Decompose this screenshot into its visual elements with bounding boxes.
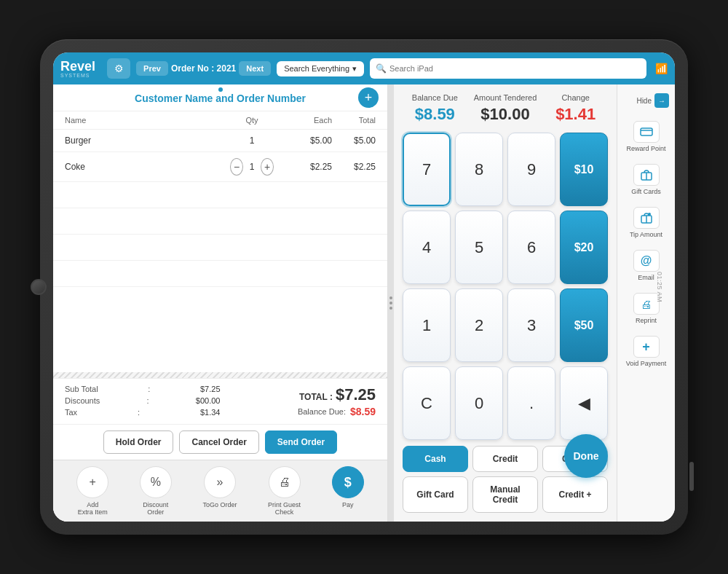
numpad-9[interactable]: 9 — [507, 133, 555, 206]
numpad-5[interactable]: 5 — [455, 211, 503, 284]
preset-50[interactable]: $50 — [560, 288, 608, 362]
tablet-frame: Revel SYSTEMS ⚙ Prev Order No : 2021 Nex… — [40, 39, 688, 535]
void-payment-label: Void Payment — [626, 360, 667, 367]
tip-amount-label: Tip Amount — [630, 231, 662, 238]
sidebar-gift-cards[interactable]: Gift Cards — [620, 160, 672, 200]
discounts-value: $00.00 — [196, 396, 221, 405]
panel-divider[interactable] — [388, 84, 394, 522]
numpad-1[interactable]: 1 — [403, 288, 451, 362]
order-dot — [218, 87, 223, 92]
sidebar-email[interactable]: @ Email — [620, 245, 672, 286]
main-content: Customer Name and Order Number + Name Qt… — [53, 84, 675, 522]
bottom-toolbar: + AddExtra Item % DiscountOrder » ToGo O… — [53, 460, 387, 522]
settings-button[interactable]: ⚙ — [107, 58, 130, 79]
done-button[interactable]: Done — [564, 434, 608, 478]
togo-order-toolbar[interactable]: » ToGo Order — [202, 466, 237, 508]
chevron-down-icon: ▾ — [352, 64, 357, 74]
sidebar-reprint[interactable]: 🖨 Reprint — [620, 288, 672, 329]
tablet-screen: Revel SYSTEMS ⚙ Prev Order No : 2021 Nex… — [53, 52, 675, 522]
cash-button[interactable]: Cash — [403, 446, 468, 472]
home-button[interactable] — [31, 279, 47, 295]
amount-tendered-label: Amount Tendered — [474, 93, 537, 102]
preset-10[interactable]: $10 — [560, 133, 608, 206]
discounts-label: Discounts — [65, 396, 100, 405]
numpad-decimal[interactable]: . — [507, 366, 555, 440]
payment-info-row: Balance Due $8.59 Amount Tendered $10.00… — [403, 93, 608, 124]
sidebar-reward-point[interactable]: Reward Point — [620, 117, 672, 157]
change-amount: $1.41 — [555, 105, 596, 124]
prev-next-container: Prev Order No : 2021 Next — [136, 61, 271, 76]
discount-order-label: DiscountOrder — [143, 501, 168, 516]
discount-order-icon: % — [140, 466, 172, 498]
col-qty: Qty — [230, 116, 274, 125]
pay-label: Pay — [342, 501, 354, 508]
col-name: Name — [65, 116, 230, 125]
qty-value: 1 — [246, 162, 258, 172]
numpad-0[interactable]: 0 — [455, 366, 503, 440]
logo-container: Revel SYSTEMS — [60, 60, 95, 78]
right-sidebar: Hide → Reward Point Gift Cards — [617, 84, 675, 522]
balance-due-amount: $8.59 — [415, 105, 455, 124]
sidebar-tip-amount[interactable]: Tip Amount — [620, 203, 672, 243]
divider-dots — [389, 296, 392, 310]
tax-label: Tax — [65, 408, 77, 417]
pay-icon: $ — [332, 466, 364, 498]
credit-button[interactable]: Credit — [472, 446, 538, 472]
hide-button[interactable]: Hide → — [620, 90, 672, 111]
add-item-button[interactable]: + — [358, 87, 379, 108]
numpad-8[interactable]: 8 — [455, 133, 503, 206]
svg-rect-0 — [641, 128, 652, 135]
total-label: TOTAL : — [299, 392, 333, 402]
numpad-4[interactable]: 4 — [403, 211, 451, 284]
totals-grid: Sub Total : $7.25 Discounts : $00.00 Tax — [65, 385, 376, 418]
qty-increase-button[interactable]: + — [261, 158, 274, 176]
discounts-row: Discounts : $00.00 — [65, 396, 221, 405]
numpad-6[interactable]: 6 — [507, 211, 555, 284]
balance-due-row: Balance Due: $8.59 — [298, 406, 376, 417]
hold-order-button[interactable]: Hold Order — [103, 430, 174, 454]
totals-left: Sub Total : $7.25 Discounts : $00.00 Tax — [65, 385, 221, 418]
left-panel: Customer Name and Order Number + Name Qt… — [53, 84, 388, 522]
prev-button[interactable]: Prev — [136, 61, 168, 76]
table-row-empty — [53, 208, 387, 235]
next-button[interactable]: Next — [239, 61, 271, 76]
order-table: Name Qty Each Total Burger 1 $5.00 $5.00… — [53, 111, 387, 372]
reward-point-icon — [633, 121, 660, 143]
tax-row: Tax : $1.34 — [65, 408, 221, 417]
hide-label: Hide — [636, 97, 652, 105]
table-row-empty — [53, 182, 387, 208]
numpad-clear[interactable]: C — [403, 366, 451, 440]
tax-value: $1.34 — [200, 408, 221, 417]
wifi-icon: 📶 — [655, 63, 668, 74]
col-total: Total — [332, 116, 376, 125]
numpad-2[interactable]: 2 — [455, 288, 503, 362]
credit-plus-button[interactable]: Credit + — [542, 476, 608, 513]
cancel-order-button[interactable]: Cancel Order — [179, 430, 258, 454]
totals-right: TOTAL : $7.25 Balance Due: $8.59 — [221, 385, 376, 418]
reprint-label: Reprint — [636, 317, 657, 324]
change-cell: Change $1.41 — [543, 93, 608, 124]
sidebar-void-payment[interactable]: + Void Payment — [620, 331, 672, 371]
item-each: $2.25 — [274, 162, 332, 172]
qty-decrease-button[interactable]: − — [230, 158, 243, 176]
numpad-backspace[interactable]: ◀ — [560, 366, 608, 440]
balance-due-label: Balance Due — [412, 93, 458, 102]
preset-20[interactable]: $20 — [560, 211, 608, 284]
add-extra-item-toolbar[interactable]: + AddExtra Item — [76, 466, 108, 516]
gift-card-button[interactable]: Gift Card — [403, 476, 468, 513]
print-guest-check-toolbar[interactable]: 🖨 Print GuestCheck — [268, 466, 301, 516]
table-row[interactable]: Coke − 1 + $2.25 $2.25 — [53, 152, 387, 182]
numpad-7[interactable]: 7 — [403, 133, 451, 206]
subtotal-value: $7.25 — [200, 385, 221, 393]
reward-point-label: Reward Point — [626, 145, 665, 152]
search-everything-dropdown[interactable]: Search Everything ▾ — [277, 61, 364, 76]
void-payment-icon: + — [633, 336, 660, 358]
send-order-button[interactable]: Send Order — [265, 430, 337, 454]
pay-toolbar[interactable]: $ Pay — [332, 466, 364, 508]
search-ipad-input[interactable] — [389, 64, 641, 73]
manual-credit-button[interactable]: Manual Credit — [472, 476, 538, 513]
discount-order-toolbar[interactable]: % DiscountOrder — [140, 466, 172, 516]
time-display: 01:25 AM — [656, 272, 663, 302]
table-row[interactable]: Burger 1 $5.00 $5.00 — [53, 130, 387, 152]
numpad-3[interactable]: 3 — [507, 288, 555, 362]
